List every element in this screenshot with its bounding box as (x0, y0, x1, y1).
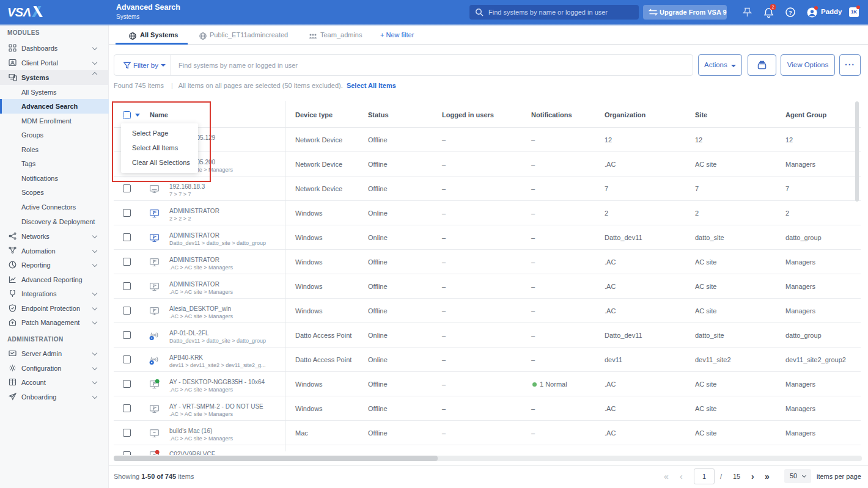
svg-text:?: ? (789, 10, 792, 16)
svg-text:VSΛ: VSΛ (7, 5, 31, 19)
